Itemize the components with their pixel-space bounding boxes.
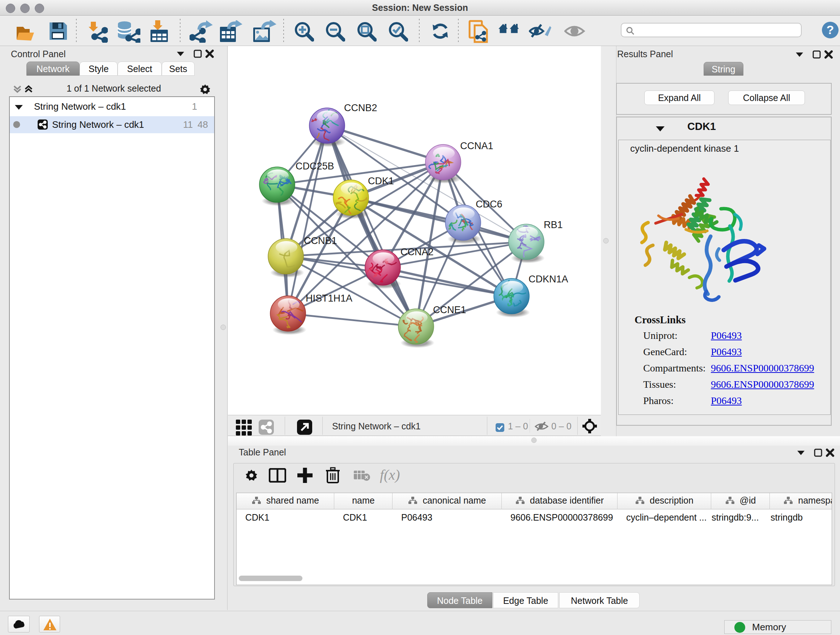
svg-text:CDC25B: CDC25B [295, 161, 334, 172]
svg-text:CCNA2: CCNA2 [401, 247, 434, 257]
svg-text:CDK1: CDK1 [368, 176, 394, 187]
svg-text:CCNB2: CCNB2 [344, 103, 377, 113]
svg-text:?: ? [827, 23, 834, 36]
svg-text:CDC6: CDC6 [476, 199, 502, 210]
svg-text:CCNA1: CCNA1 [460, 141, 493, 151]
svg-text:CCNB1: CCNB1 [304, 235, 337, 246]
svg-text:RB1: RB1 [544, 219, 563, 230]
svg-text:CDKN1A: CDKN1A [529, 274, 568, 285]
svg-text:HIST1H1A: HIST1H1A [306, 293, 352, 304]
svg-text:CCNE1: CCNE1 [433, 304, 466, 315]
